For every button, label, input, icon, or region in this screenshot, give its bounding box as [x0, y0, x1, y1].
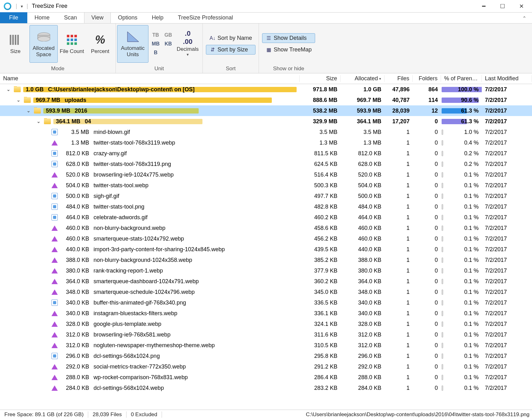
unit-mb-button[interactable]: MB	[150, 40, 162, 48]
tab-view[interactable]: View	[84, 12, 111, 23]
file-row[interactable]: 460.0 KBsmarterqueue-stats-1024x792.webp…	[0, 233, 532, 244]
col-modified[interactable]: Last Modified	[482, 75, 532, 82]
folder-row[interactable]: ⌄ 364.1 MB04 329.9 MB 364.1 MB 17,207 0 …	[0, 116, 532, 127]
cell-pct: 0.1 %	[441, 331, 482, 338]
image-file-icon	[51, 150, 58, 156]
webp-file-icon	[51, 257, 58, 263]
cell-mod: 7/2/2017	[482, 289, 532, 295]
mode-size-button[interactable]: Size	[1, 25, 30, 63]
qat-dropdown-icon[interactable]: ▾	[19, 4, 25, 9]
sort-size-icon: ⇵	[209, 47, 216, 53]
file-tree[interactable]: ⌄ 1.0 GBC:\Users\brianleejackson\Desktop…	[0, 84, 532, 410]
col-allocated[interactable]: Allocated▾	[341, 75, 384, 82]
cell-mod: 7/2/2017	[482, 300, 532, 306]
cell-pct: 0.1 %	[441, 268, 482, 274]
cell-folders: 0	[413, 193, 441, 199]
mode-allocated-button[interactable]: Allocated Space	[30, 25, 58, 63]
tab-file[interactable]: File	[0, 12, 27, 23]
col-files[interactable]: Files	[384, 75, 413, 82]
cell-mod: 7/2/2017	[482, 214, 532, 221]
expander-icon[interactable]: ⌄	[6, 87, 11, 92]
col-name[interactable]: Name	[0, 75, 300, 82]
file-row[interactable]: 812.0 KBcrazy-amy.gif 811.5 KB 812.0 KB …	[0, 148, 532, 159]
maximize-button[interactable]: ☐	[493, 0, 512, 13]
mode-percent-button[interactable]: % Percent	[86, 25, 114, 63]
file-row[interactable]: 504.0 KBtwitter-stats-tool.webp 500.3 KB…	[0, 180, 532, 191]
file-size-label: 364.0 KB	[63, 278, 89, 285]
folder-row[interactable]: ⌄ 593.9 MB2016 538.2 MB 593.9 MB 28,039 …	[0, 105, 532, 116]
cell-files: 1	[384, 204, 413, 210]
file-name: wp-rocket-comparison-768x831.webp	[94, 374, 188, 381]
tab-options[interactable]: Options	[111, 12, 145, 23]
col-folders[interactable]: Folders	[413, 75, 441, 82]
sort-by-name-button[interactable]: A↓ Sort by Name	[206, 33, 255, 43]
unit-decimals-button[interactable]: .0.00 Decimals ▼	[174, 25, 201, 63]
file-row[interactable]: 484.0 KBtwitter-stats-tool.png 482.8 KB …	[0, 201, 532, 212]
tab-treesize-professional[interactable]: TreeSize Professional	[171, 12, 240, 23]
sort-by-size-button[interactable]: ⇵ Sort by Size	[206, 45, 255, 55]
unit-b-button[interactable]: B	[150, 49, 162, 57]
cell-size: 971.8 MB	[300, 86, 341, 93]
file-name: browserling-ie9-768x581.webp	[94, 331, 170, 338]
file-row[interactable]: 364.0 KBsmarterqueue-dashboard-1024x791.…	[0, 276, 532, 287]
file-name: twitter-stats-tool-768x3119.png	[94, 161, 171, 167]
webp-file-icon	[51, 140, 58, 146]
cell-pct: 0.1 %	[441, 172, 482, 178]
expander-icon[interactable]: ⌄	[36, 119, 41, 124]
image-file-icon	[51, 161, 58, 167]
unit-kb-button[interactable]: KB	[162, 40, 174, 48]
file-row[interactable]: 328.0 KBgoogle-plus-template.webp 324.1 …	[0, 319, 532, 329]
col-size[interactable]: Size	[300, 75, 341, 82]
cell-pct: 0.4 %	[441, 140, 482, 146]
close-button[interactable]: ✕	[512, 0, 531, 13]
minimize-button[interactable]: ━	[474, 0, 493, 13]
unit-tb-button[interactable]: TB	[150, 31, 162, 39]
unit-auto-button[interactable]: Automatic Units	[117, 25, 148, 63]
collapse-ribbon-icon[interactable]: ⌃	[517, 13, 532, 23]
cell-alloc: 380.0 KB	[341, 268, 384, 274]
cell-pct: 0.2 %	[441, 150, 482, 157]
expander-icon[interactable]: ⌄	[26, 108, 31, 113]
file-row[interactable]: 348.0 KBsmarterqueue-schedule-1024x796.w…	[0, 287, 532, 297]
file-row[interactable]: 3.5 MBmind-blown.gif 3.5 MB 3.5 MB 1 0 1…	[0, 127, 532, 137]
folder-size-label: 593.9 MB	[46, 108, 70, 114]
file-row[interactable]: 284.0 KBdcl-settings-568x1024.webp 283.2…	[0, 383, 532, 393]
cell-size: 497.7 KB	[300, 193, 341, 199]
mode-filecount-button[interactable]: File Count	[58, 25, 86, 63]
file-row[interactable]: 500.0 KBsigh-gif.gif 497.7 KB 500.0 KB 1…	[0, 191, 532, 201]
cell-alloc: 969.7 MB	[341, 97, 384, 103]
folder-row[interactable]: ⌄ 1.0 GBC:\Users\brianleejackson\Desktop…	[0, 84, 532, 95]
file-row[interactable]: 628.0 KBtwitter-stats-tool-768x3119.png …	[0, 159, 532, 169]
file-row[interactable]: 292.0 KBsocial-metrics-tracker-772x350.w…	[0, 361, 532, 372]
file-row[interactable]: 380.0 KBrank-tracking-report-1.webp 377.…	[0, 265, 532, 276]
tab-scan[interactable]: Scan	[57, 12, 84, 23]
file-row[interactable]: 460.0 KBnon-blurry-background.webp 458.6…	[0, 223, 532, 233]
show-treemap-button[interactable]: ▦ Show TreeMap	[262, 45, 315, 55]
unit-gb-button[interactable]: GB	[162, 31, 174, 39]
cell-files: 1	[384, 331, 413, 338]
cell-files: 1	[384, 353, 413, 359]
cell-pct: 0.1 %	[441, 374, 482, 381]
file-name: rank-tracking-report-1.webp	[94, 268, 163, 274]
file-size-label: 520.0 KB	[63, 172, 89, 178]
tab-home[interactable]: Home	[27, 12, 57, 23]
file-row[interactable]: 312.0 KBbrowserling-ie9-768x581.webp 311…	[0, 329, 532, 340]
file-row[interactable]: 312.0 KBnogluten-newspaper-mythemeshop-t…	[0, 340, 532, 351]
file-row[interactable]: 440.0 KBimport-3rd-party-content-for-sha…	[0, 244, 532, 255]
show-details-button[interactable]: ☰ Show Details	[262, 33, 315, 43]
folder-row[interactable]: ⌄ 969.7 MBuploads 888.6 MB 969.7 MB 40,7…	[0, 95, 532, 105]
file-row[interactable]: 1.3 MBtwitter-stats-tool-768x3119.webp 1…	[0, 137, 532, 148]
file-row[interactable]: 340.0 KBbuffer-this-animated-gif-768x340…	[0, 297, 532, 308]
file-name: social-metrics-tracker-772x350.webp	[94, 363, 186, 370]
file-row[interactable]: 464.0 KBcelebrate-adwords.gif 460.2 KB 4…	[0, 212, 532, 223]
webp-file-icon	[51, 236, 58, 242]
cell-size: 311.6 KB	[300, 331, 341, 338]
expander-icon[interactable]: ⌄	[16, 98, 21, 103]
file-row[interactable]: 340.0 KBinstagram-bluestacks-filters.web…	[0, 308, 532, 319]
file-row[interactable]: 388.0 KBnon-blurry-background-1024x358.w…	[0, 255, 532, 265]
file-row[interactable]: 288.0 KBwp-rocket-comparison-768x831.web…	[0, 372, 532, 383]
file-row[interactable]: 520.0 KBbrowserling-ie9-1024x775.webp 51…	[0, 169, 532, 180]
file-row[interactable]: 296.0 KBdcl-settings-568x1024.png 295.8 …	[0, 351, 532, 361]
col-parent-pct[interactable]: % of Parent...	[441, 75, 482, 82]
tab-help[interactable]: Help	[145, 12, 171, 23]
